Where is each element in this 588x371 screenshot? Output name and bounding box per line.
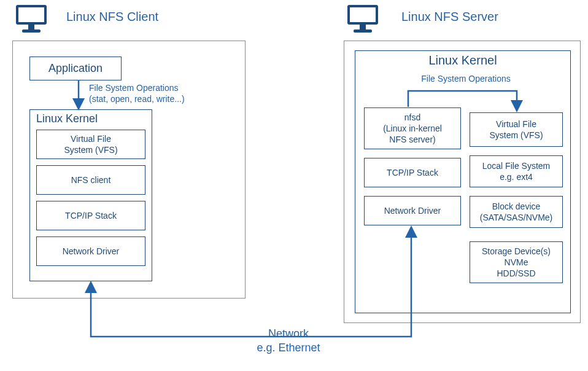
client-netdriver-box: Network Driver: [36, 236, 145, 266]
computer-icon: [345, 4, 381, 33]
svg-rect-2: [28, 25, 34, 29]
computer-icon: [14, 4, 49, 33]
application-box: Application: [29, 57, 122, 80]
client-title: Linux NFS Client: [66, 10, 158, 24]
client-kernel-box: Linux Kernel Virtual File System (VFS) N…: [29, 109, 152, 281]
server-kernel-box: Linux Kernel File System Operations nfsd…: [355, 50, 571, 313]
server-nfsd-box: nfsd (Linux in-kernel NFS server): [364, 107, 461, 149]
svg-rect-7: [354, 29, 372, 33]
server-storage-box: Storage Device(s) NVMe HDD/SSD: [470, 241, 563, 283]
server-localfs-box: Local File System e.g. ext4: [470, 155, 563, 187]
fsops-label-client: File System Operations (stat, open, read…: [89, 82, 221, 104]
fsops-label-server: File System Operations: [404, 73, 527, 84]
server-kernel-title: Linux Kernel: [355, 53, 570, 68]
svg-rect-5: [350, 7, 376, 22]
svg-rect-6: [360, 25, 366, 29]
client-nfsclient-box: NFS client: [36, 165, 145, 195]
client-vfs-box: Virtual File System (VFS): [36, 130, 145, 159]
server-netdriver-box: Network Driver: [364, 196, 461, 225]
server-title: Linux NFS Server: [401, 10, 498, 24]
client-tcpip-box: TCP/IP Stack: [36, 201, 145, 230]
svg-rect-3: [22, 29, 41, 33]
server-blockdev-box: Block device (SATA/SAS/NVMe): [470, 196, 563, 228]
svg-rect-1: [18, 7, 44, 22]
network-label: Network e.g. Ethernet: [215, 327, 362, 356]
server-vfs-box: Virtual File System (VFS): [470, 112, 563, 147]
server-tcpip-box: TCP/IP Stack: [364, 158, 461, 187]
nfs-architecture-diagram: Linux NFS Client Application File System…: [0, 0, 588, 371]
client-kernel-title: Linux Kernel: [36, 112, 98, 125]
